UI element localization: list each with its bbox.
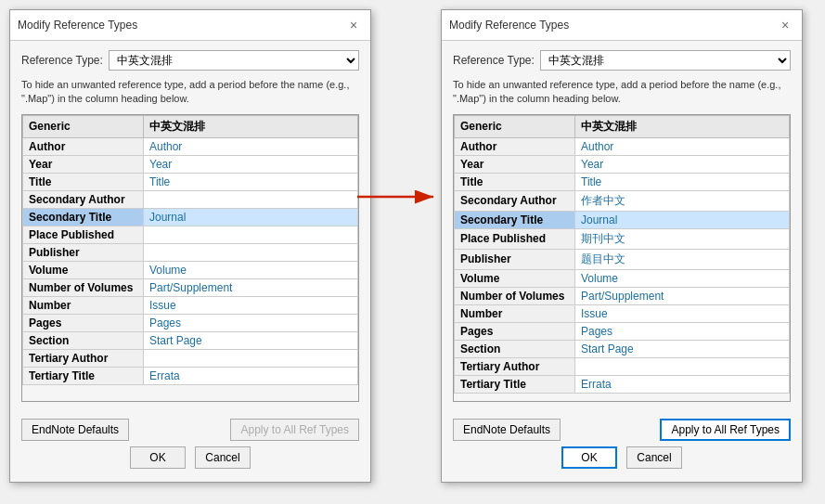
table-row[interactable]: Number of VolumesPart/Supplement bbox=[23, 278, 358, 296]
cell-generic: Publisher bbox=[455, 249, 575, 269]
table-row[interactable]: Secondary Author bbox=[23, 190, 358, 208]
left-table: Generic 中英文混排 AuthorAuthorYearYearTitleT… bbox=[22, 115, 358, 385]
arrow-indicator bbox=[357, 186, 441, 208]
cell-custom[interactable]: Volume bbox=[144, 261, 358, 278]
table-row[interactable]: NumberIssue bbox=[23, 296, 358, 314]
cell-custom[interactable]: Journal bbox=[575, 211, 790, 228]
cell-custom[interactable]: Year bbox=[575, 155, 790, 173]
table-row[interactable]: TitleTitle bbox=[23, 173, 358, 190]
cell-generic: Pages bbox=[23, 314, 144, 331]
cell-generic: Year bbox=[23, 155, 144, 173]
left-cancel-button[interactable]: Cancel bbox=[195, 446, 251, 469]
cell-custom[interactable]: 期刊中文 bbox=[575, 228, 790, 249]
cell-custom[interactable]: Part/Supplement bbox=[144, 278, 358, 296]
cell-generic: Volume bbox=[455, 269, 575, 287]
cell-generic: Author bbox=[455, 137, 575, 155]
table-row[interactable]: AuthorAuthor bbox=[455, 137, 790, 155]
cell-generic: Tertiary Author bbox=[23, 349, 144, 367]
table-row[interactable]: Secondary TitleJournal bbox=[23, 208, 358, 226]
cell-custom[interactable]: Pages bbox=[575, 322, 790, 340]
cell-custom[interactable]: Title bbox=[144, 173, 358, 190]
table-row[interactable]: Secondary TitleJournal bbox=[455, 211, 790, 228]
right-table-container[interactable]: Generic 中英文混排 AuthorAuthorYearYearTitleT… bbox=[453, 114, 791, 402]
cell-custom[interactable]: 作者中文 bbox=[575, 190, 790, 211]
left-dialog: Modify Reference Types × Reference Type:… bbox=[9, 9, 371, 483]
right-footer-row2: OK Cancel bbox=[453, 446, 791, 469]
right-dialog-title: Modify Reference Types bbox=[449, 19, 569, 32]
cell-generic: Volume bbox=[23, 261, 144, 278]
table-row[interactable]: YearYear bbox=[455, 155, 790, 173]
right-col-generic: Generic bbox=[455, 115, 575, 137]
table-row[interactable]: Place Published bbox=[23, 226, 358, 243]
right-ref-type-select[interactable]: 中英文混排 bbox=[540, 50, 791, 71]
right-dialog-titlebar: Modify Reference Types × bbox=[442, 10, 802, 41]
left-ref-type-select[interactable]: 中英文混排 bbox=[109, 50, 359, 71]
cell-custom[interactable]: Title bbox=[575, 173, 790, 190]
cell-generic: Tertiary Title bbox=[23, 367, 144, 384]
cell-generic: Title bbox=[23, 173, 144, 190]
left-apply-all-button[interactable]: Apply to All Ref Types bbox=[230, 419, 359, 441]
table-row[interactable]: Publisher题目中文 bbox=[455, 249, 790, 269]
table-row[interactable]: PagesPages bbox=[23, 314, 358, 331]
cell-custom[interactable]: Start Page bbox=[575, 340, 790, 357]
cell-custom[interactable]: 题目中文 bbox=[575, 249, 790, 269]
left-col-custom: 中英文混排 bbox=[144, 115, 358, 137]
cell-custom[interactable] bbox=[144, 190, 358, 208]
cell-custom[interactable]: Issue bbox=[575, 304, 790, 322]
cell-generic: Place Published bbox=[455, 228, 575, 249]
cell-generic: Pages bbox=[455, 322, 575, 340]
right-dialog-close-button[interactable]: × bbox=[776, 16, 794, 34]
cell-custom[interactable]: Author bbox=[144, 137, 358, 155]
cell-generic: Tertiary Author bbox=[455, 357, 575, 375]
cell-custom[interactable] bbox=[144, 243, 358, 261]
table-row[interactable]: Place Published期刊中文 bbox=[455, 228, 790, 249]
table-row[interactable]: Tertiary TitleErrata bbox=[455, 375, 790, 393]
cell-custom[interactable]: Author bbox=[575, 137, 790, 155]
cell-custom[interactable]: Issue bbox=[144, 296, 358, 314]
table-row[interactable]: TitleTitle bbox=[455, 173, 790, 190]
right-cancel-button[interactable]: Cancel bbox=[626, 446, 682, 469]
cell-generic: Secondary Author bbox=[23, 190, 144, 208]
table-row[interactable]: Tertiary Author bbox=[23, 349, 358, 367]
table-row[interactable]: Secondary Author作者中文 bbox=[455, 190, 790, 211]
table-row[interactable]: NumberIssue bbox=[455, 304, 790, 322]
cell-custom[interactable]: Year bbox=[144, 155, 358, 173]
cell-custom[interactable]: Part/Supplement bbox=[575, 287, 790, 304]
left-endnote-defaults-button[interactable]: EndNote Defaults bbox=[21, 419, 129, 441]
table-row[interactable]: Number of VolumesPart/Supplement bbox=[455, 287, 790, 304]
left-table-container[interactable]: Generic 中英文混排 AuthorAuthorYearYearTitleT… bbox=[21, 114, 359, 402]
table-row[interactable]: PagesPages bbox=[455, 322, 790, 340]
table-row[interactable]: VolumeVolume bbox=[23, 261, 358, 278]
table-row[interactable]: Tertiary TitleErrata bbox=[23, 367, 358, 384]
left-dialog-close-button[interactable]: × bbox=[344, 16, 363, 34]
table-row[interactable]: VolumeVolume bbox=[455, 269, 790, 287]
screen: Modify Reference Types × Reference Type:… bbox=[0, 0, 825, 504]
cell-custom[interactable] bbox=[144, 226, 358, 243]
cell-generic: Section bbox=[455, 340, 575, 357]
cell-generic: Number of Volumes bbox=[455, 287, 575, 304]
right-table: Generic 中英文混排 AuthorAuthorYearYearTitleT… bbox=[454, 115, 790, 394]
table-row[interactable]: AuthorAuthor bbox=[23, 137, 358, 155]
cell-custom[interactable]: Volume bbox=[575, 269, 790, 287]
right-col-custom: 中英文混排 bbox=[575, 115, 790, 137]
right-ref-type-label: Reference Type: bbox=[453, 54, 535, 67]
cell-generic: Secondary Title bbox=[23, 208, 144, 226]
cell-custom[interactable]: Pages bbox=[144, 314, 358, 331]
right-apply-all-button[interactable]: Apply to All Ref Types bbox=[660, 419, 791, 441]
left-ref-type-label: Reference Type: bbox=[21, 54, 103, 67]
cell-custom[interactable] bbox=[144, 349, 358, 367]
cell-custom[interactable]: Start Page bbox=[144, 331, 358, 349]
cell-generic: Number bbox=[455, 304, 575, 322]
right-ok-button[interactable]: OK bbox=[561, 446, 617, 469]
left-ok-button[interactable]: OK bbox=[130, 446, 186, 469]
table-row[interactable]: SectionStart Page bbox=[23, 331, 358, 349]
cell-custom[interactable]: Errata bbox=[575, 375, 790, 393]
table-row[interactable]: SectionStart Page bbox=[455, 340, 790, 357]
cell-custom[interactable]: Errata bbox=[144, 367, 358, 384]
right-endnote-defaults-button[interactable]: EndNote Defaults bbox=[453, 419, 561, 441]
table-row[interactable]: Publisher bbox=[23, 243, 358, 261]
cell-custom[interactable]: Journal bbox=[144, 208, 358, 226]
table-row[interactable]: YearYear bbox=[23, 155, 358, 173]
cell-custom[interactable] bbox=[575, 357, 790, 375]
table-row[interactable]: Tertiary Author bbox=[455, 357, 790, 375]
